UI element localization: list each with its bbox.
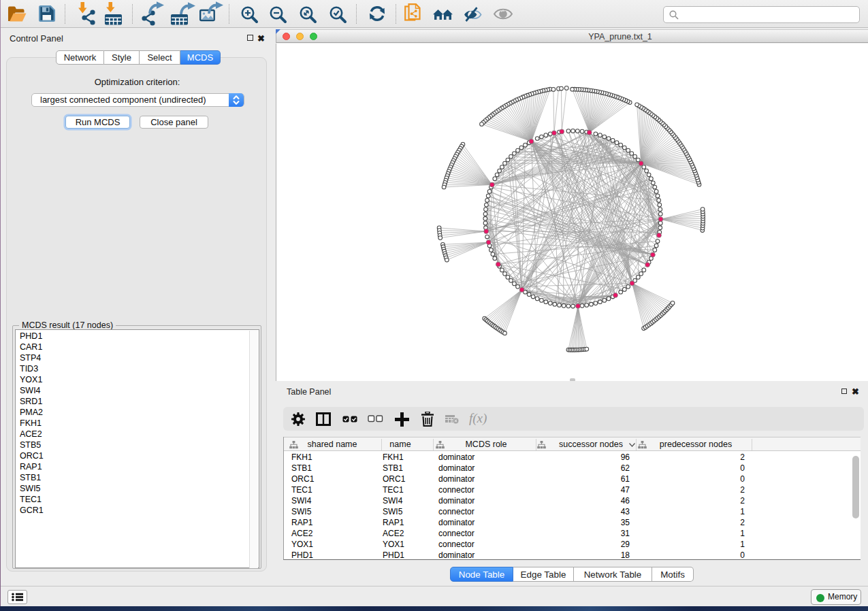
svg-text:f(x): f(x) — [469, 412, 487, 426]
